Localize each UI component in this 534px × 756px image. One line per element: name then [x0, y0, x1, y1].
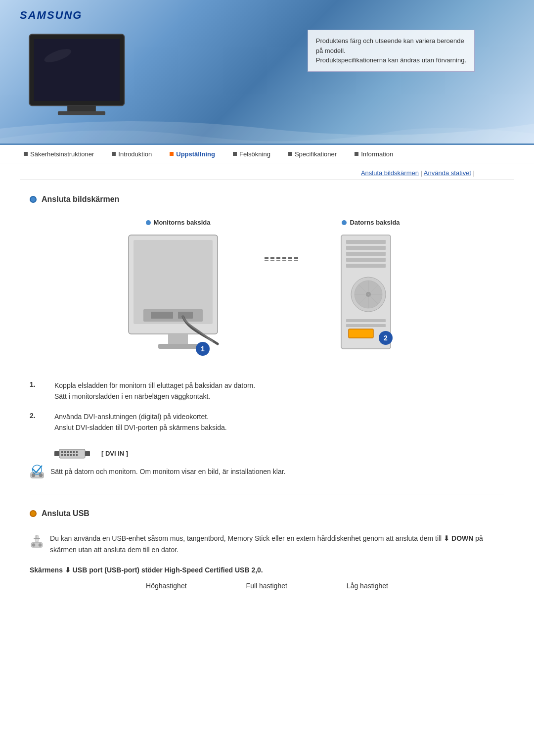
- usb-note: Du kan använda en USB-enhet såsom mus, t…: [30, 533, 504, 557]
- section1-dot: [30, 196, 37, 203]
- svg-text:1: 1: [201, 345, 205, 353]
- svg-rect-45: [76, 454, 78, 456]
- computer-label: Datorns baksida: [342, 219, 400, 226]
- check-note: Sätt på datorn och monitorn. Om monitorn…: [30, 464, 504, 479]
- svg-rect-43: [70, 454, 72, 456]
- svg-point-53: [39, 543, 42, 546]
- svg-rect-10: [168, 334, 188, 344]
- nav-item-intro[interactable]: Introduktion: [103, 146, 161, 162]
- svg-rect-1: [34, 39, 120, 101]
- svg-rect-41: [64, 454, 66, 456]
- dvi-box-area: [ DVI IN ]: [54, 448, 504, 459]
- instruction-item-2: 2. Använda DVI-anslutningen (digital) på…: [30, 411, 504, 433]
- svg-rect-46: [85, 451, 90, 456]
- svg-rect-33: [59, 449, 85, 458]
- svg-rect-27: [346, 319, 386, 322]
- instruction-item-1: 1. Koppla elsladden för monitorn till el…: [30, 380, 504, 402]
- svg-rect-40: [61, 454, 63, 456]
- section2-heading: Ansluta USB: [30, 509, 504, 518]
- divider: [30, 494, 504, 494]
- svg-rect-17: [346, 252, 386, 256]
- svg-rect-29: [349, 329, 373, 338]
- usb-bold-line: Skärmens ⬇ USB port (USB-port) stöder Hi…: [30, 566, 504, 574]
- speed-col-high: Höghastighet: [146, 582, 187, 590]
- svg-rect-38: [73, 451, 75, 453]
- section2-dot: [30, 510, 37, 517]
- connection-diagram: Monitorns baksida: [30, 219, 504, 360]
- breadcrumb: Ansluta bildskärmen | Använda stativet |: [20, 163, 514, 180]
- svg-rect-34: [61, 451, 63, 453]
- instruction-num-1: 1.: [30, 380, 44, 388]
- main-content: Ansluta bildskärmen Monitorns baksida: [0, 180, 534, 605]
- section2: Ansluta USB Du kan använda en USB-enhet …: [30, 509, 504, 590]
- svg-rect-39: [76, 451, 78, 453]
- svg-rect-15: [346, 240, 386, 244]
- nav-item-setup[interactable]: Uppställning: [161, 146, 224, 162]
- section1-title: Ansluta bildskärmen: [42, 195, 119, 204]
- svg-rect-42: [67, 454, 69, 456]
- svg-rect-35: [64, 451, 66, 453]
- svg-rect-32: [54, 451, 59, 456]
- monitor-diagram-block: Monitorns baksida: [124, 219, 232, 360]
- svg-rect-37: [70, 451, 72, 453]
- speed-col-full: Full hastighet: [246, 582, 287, 590]
- cable-connector: [262, 219, 302, 268]
- svg-rect-11: [158, 344, 198, 349]
- section2-title: Ansluta USB: [42, 509, 89, 518]
- svg-rect-19: [346, 264, 386, 268]
- svg-point-52: [32, 543, 35, 546]
- breadcrumb-item1[interactable]: Ansluta bildskärmen: [361, 169, 419, 177]
- svg-rect-16: [346, 246, 386, 250]
- svg-rect-36: [67, 451, 69, 453]
- nav-bar: Säkerhetsinstruktioner Introduktion Upps…: [0, 143, 534, 163]
- breadcrumb-sep2: |: [473, 169, 475, 177]
- svg-rect-2: [67, 105, 96, 111]
- usb-note-text: Du kan använda en USB-enhet såsom mus, t…: [50, 533, 504, 557]
- computer-diagram-block: Datorns baksida: [331, 219, 410, 359]
- nav-item-troubleshoot[interactable]: Felsökning: [224, 146, 279, 162]
- check-text: Sätt på datorn och monitorn. Om monitorn…: [50, 464, 285, 477]
- speed-table: Höghastighet Full hastighet Låg hastighe…: [30, 582, 504, 590]
- banner-disclaimer: Produktens färg och utseende kan variera…: [308, 30, 475, 72]
- instruction-text-2: Använda DVI-anslutningen (digital) på vi…: [54, 411, 227, 433]
- dvi-label: [ DVI IN ]: [101, 450, 128, 457]
- monitor-label: Monitorns baksida: [146, 219, 211, 226]
- nav-item-info[interactable]: Information: [346, 146, 402, 162]
- monitor-illustration: [20, 25, 143, 124]
- header-banner: SAMSUNG Produktens färg och utseende kan…: [0, 0, 534, 143]
- nav-item-specs[interactable]: Specifikationer: [279, 146, 346, 162]
- instruction-text-1: Koppla elsladden för monitorn till elutt…: [54, 380, 255, 402]
- svg-rect-8: [151, 312, 173, 319]
- samsung-logo: SAMSUNG: [20, 9, 82, 22]
- usb-icon: [30, 533, 44, 551]
- breadcrumb-item2[interactable]: Använda stativet: [424, 169, 471, 177]
- nav-item-safety[interactable]: Säkerhetsinstruktioner: [15, 146, 103, 162]
- svg-rect-28: [346, 324, 386, 327]
- svg-text:2: 2: [384, 334, 388, 342]
- instruction-num-2: 2.: [30, 411, 44, 420]
- svg-rect-9: [178, 312, 193, 319]
- svg-rect-18: [346, 258, 386, 262]
- speed-col-low: Låg hastighet: [347, 582, 388, 590]
- instruction-list: 1. Koppla elsladden för monitorn till el…: [30, 380, 504, 433]
- svg-rect-44: [73, 454, 75, 456]
- section1-heading: Ansluta bildskärmen: [30, 195, 504, 204]
